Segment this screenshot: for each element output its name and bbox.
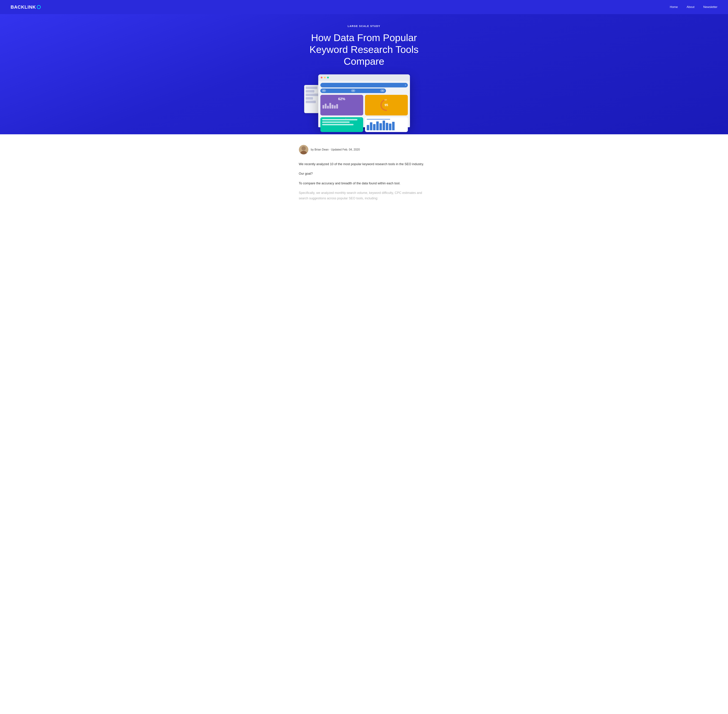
dot-green [327,76,329,78]
search-x-icon: ✕ [405,84,407,86]
nav-about[interactable]: About [687,5,694,9]
card-yellow: 95 [365,95,408,116]
browser-window: ✕ ✕ ✕ ✕ 62% [318,74,410,127]
site-header: BACKLINK Home About Newsletter [0,0,728,14]
logo[interactable]: BACKLINK [11,4,41,10]
hero-section: LARGE SCALE STUDY How Data From Popular … [0,14,728,134]
card-chart [365,117,408,132]
browser-content: ✕ ✕ ✕ ✕ 62% [318,81,410,127]
dot-yellow [324,76,326,78]
hero-title: How Data From Popular Keyword Research T… [294,32,435,68]
mini-bars [323,102,361,109]
search-bar-2: ✕ ✕ ✕ [320,88,386,93]
logo-circle [37,5,41,9]
pill-x-3: ✕ [380,89,384,92]
pill-x-1: ✕ [322,89,326,92]
author-avatar [299,145,308,154]
article-para-1: We recently analyzed 10 of the most popu… [299,162,429,167]
nav-newsletter[interactable]: Newsletter [703,5,717,9]
logo-text: BACKLINK [11,4,36,10]
hero-tag: LARGE SCALE STUDY [7,25,721,27]
pct-value: 62% [323,97,361,101]
article-para-2: Our goal? [299,171,429,176]
author-row: by Brian Dean · Updated Feb. 04, 2020 [299,145,429,154]
browser-bar [318,74,410,81]
article-body: by Brian Dean · Updated Feb. 04, 2020 We… [292,134,436,216]
hero-illustration: ✕ ✕ ✕ ✕ 62% [311,74,417,134]
article-para-4: Specifically, we analyzed monthly search… [299,190,429,201]
article-para-3: To compare the accuracy and breadth of t… [299,181,429,186]
search-bar-1: ✕ [320,83,408,87]
pill-x-2: ✕ [351,89,355,92]
svg-point-4 [302,146,306,150]
chart-line [367,119,390,120]
gauge-svg: 95 [379,98,393,112]
main-nav: Home About Newsletter [670,5,717,9]
blue-bar-chart [367,120,406,130]
nav-home[interactable]: Home [670,5,678,9]
author-meta: by Brian Dean · Updated Feb. 04, 2020 [311,148,360,151]
card-purple: 62% <- - - - - - - -> [320,95,363,116]
dot-red [321,76,323,78]
svg-text:95: 95 [384,103,388,107]
search-area: ✕ ✕ ✕ ✕ [320,83,408,93]
